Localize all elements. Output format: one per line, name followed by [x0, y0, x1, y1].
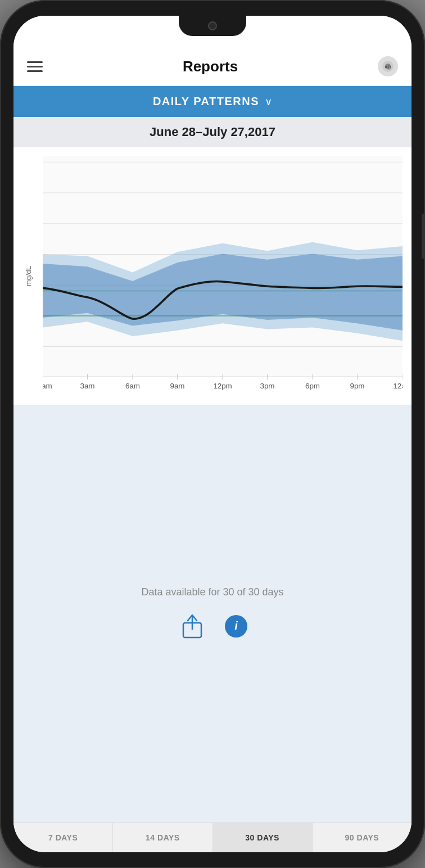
tab-bar: 7 DAYS 14 DAYS 30 DAYS 90 DAYS — [13, 822, 412, 852]
data-available-text: Data available for 30 of 30 days — [141, 586, 283, 598]
notch — [179, 16, 246, 36]
chart-inner: 350 300 250 200 150 100 50 — [43, 156, 403, 400]
chart-container: mg/dL 350 — [13, 147, 412, 405]
app-header: Reports ●)) — [13, 49, 412, 86]
date-range-text: June 28–July 27,2017 — [150, 125, 275, 139]
svg-text:9pm: 9pm — [350, 382, 364, 390]
share-button[interactable] — [178, 612, 207, 641]
tab-7-days[interactable]: 7 DAYS — [13, 823, 113, 852]
svg-text:6pm: 6pm — [305, 382, 320, 390]
tab-90-days[interactable]: 90 DAYS — [313, 823, 412, 852]
phone-frame: Reports ●)) DAILY PATTERNS ∨ June 28–Jul… — [0, 0, 425, 868]
svg-text:6am: 6am — [125, 382, 140, 390]
hamburger-line-2 — [27, 66, 43, 67]
side-button — [422, 214, 425, 259]
date-range-bar: June 28–July 27,2017 — [13, 117, 412, 147]
svg-text:●)): ●)) — [385, 64, 391, 70]
svg-text:3am: 3am — [80, 382, 94, 390]
tab-14-days[interactable]: 14 DAYS — [113, 823, 213, 852]
svg-text:9am: 9am — [170, 382, 184, 390]
phone-screen: Reports ●)) DAILY PATTERNS ∨ June 28–Jul… — [13, 16, 412, 852]
hamburger-menu-button[interactable] — [27, 61, 43, 72]
camera — [208, 21, 217, 30]
chart-y-axis-label: mg/dL — [24, 266, 33, 286]
tab-30-days[interactable]: 30 DAYS — [213, 823, 313, 852]
svg-text:3pm: 3pm — [260, 382, 274, 390]
svg-text:12am: 12am — [393, 382, 403, 390]
daily-patterns-banner[interactable]: DAILY PATTERNS ∨ — [13, 86, 412, 117]
daily-patterns-label: DAILY PATTERNS — [153, 95, 259, 108]
info-button[interactable]: i — [225, 615, 247, 638]
svg-text:12pm: 12pm — [213, 382, 232, 390]
page-title: Reports — [183, 58, 238, 75]
chevron-down-icon: ∨ — [265, 96, 272, 108]
svg-text:12am: 12am — [43, 382, 52, 390]
hamburger-line-3 — [27, 70, 43, 72]
info-icon: i — [234, 620, 238, 632]
action-icon-row: i — [178, 612, 247, 641]
daily-patterns-chart: 350 300 250 200 150 100 50 — [43, 156, 403, 400]
hamburger-line-1 — [27, 61, 43, 63]
speaker-button[interactable]: ●)) — [378, 56, 398, 76]
info-section: Data available for 30 of 30 days i — [13, 405, 412, 822]
speaker-icon: ●)) — [381, 60, 395, 73]
share-icon — [180, 613, 205, 640]
